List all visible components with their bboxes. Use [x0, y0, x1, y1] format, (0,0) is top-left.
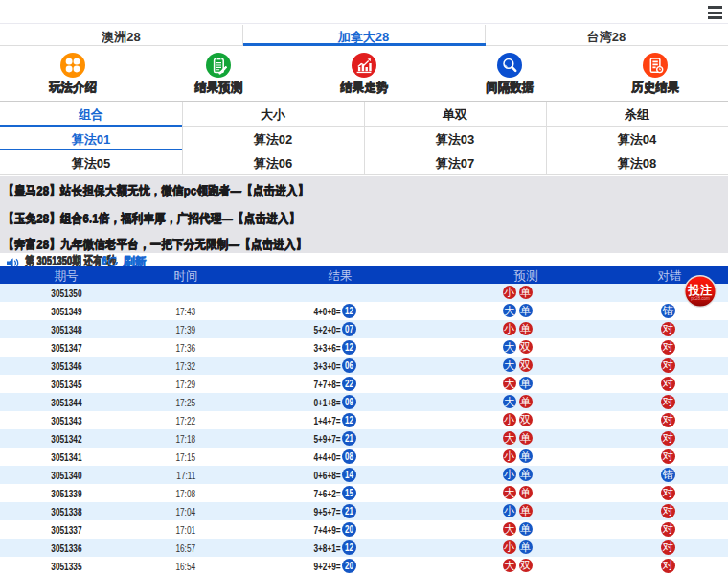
svg-text:投注: 投注: [687, 282, 713, 296]
svg-text:pc28.com: pc28.com: [691, 295, 710, 300]
